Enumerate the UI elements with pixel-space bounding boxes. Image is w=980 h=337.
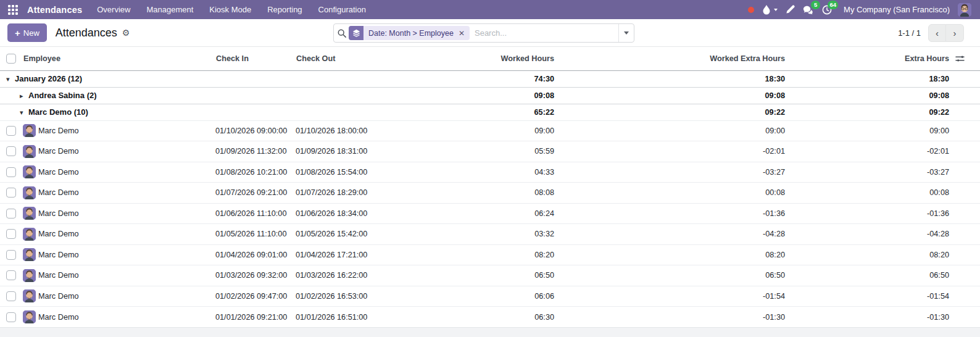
app-name[interactable]: Attendances: [27, 5, 82, 15]
attendance-row[interactable]: Marc Demo 01/03/2026 09:32:00 01/03/2026…: [0, 265, 980, 286]
column-header-check-out[interactable]: Check Out: [295, 47, 375, 70]
check-out-cell: 01/01/2026 16:51:00: [295, 307, 375, 328]
row-checkbox[interactable]: [6, 167, 16, 177]
employee-avatar: [23, 165, 36, 178]
optional-columns-button[interactable]: [955, 54, 980, 63]
employee-avatar: [23, 145, 36, 158]
group-row[interactable]: ▾January 2026 (12) 74:30 18:30 18:30: [0, 70, 980, 87]
extra-hours-cell: -01:36: [797, 203, 954, 224]
row-checkbox[interactable]: [6, 188, 16, 198]
control-panel: + New Attendances ⚙ Date: Month > Employ…: [0, 19, 980, 47]
facet-label: Date: Month > Employee: [363, 29, 459, 38]
check-out-cell: 01/09/2026 18:31:00: [295, 141, 375, 162]
attendance-row[interactable]: Marc Demo 01/07/2026 09:21:00 01/07/2026…: [0, 183, 980, 204]
attendance-row[interactable]: Marc Demo 01/08/2026 10:21:00 01/08/2026…: [0, 162, 980, 183]
messages-menu[interactable]: 5: [803, 5, 814, 15]
extra-hours-cell: -03:27: [797, 162, 954, 183]
worked-hours-cell: 04:33: [375, 162, 567, 183]
gear-icon[interactable]: ⚙: [122, 28, 130, 38]
extra-hours-cell: 00:08: [797, 183, 954, 204]
worked-hours-cell: 09:00: [375, 120, 567, 141]
nav-menus: Overview Management Kiosk Mode Reporting…: [97, 5, 366, 14]
group-toggle-caret-icon[interactable]: ▾: [6, 75, 15, 83]
column-header-worked-extra-hours[interactable]: Worked Extra Hours: [567, 47, 797, 70]
attendance-row[interactable]: Marc Demo 01/02/2026 09:47:00 01/02/2026…: [0, 286, 980, 307]
attendance-row[interactable]: Marc Demo 01/10/2026 09:00:00 01/10/2026…: [0, 120, 980, 141]
pager-previous-button[interactable]: ‹: [928, 24, 946, 42]
worked-extra-hours-cell: -01:30: [567, 307, 797, 328]
menu-kiosk-mode[interactable]: Kiosk Mode: [209, 5, 251, 14]
menu-configuration[interactable]: Configuration: [318, 5, 366, 14]
worked-extra-hours-cell: 00:08: [567, 183, 797, 204]
row-checkbox[interactable]: [6, 229, 16, 239]
new-button[interactable]: + New: [7, 23, 47, 42]
extra-hours-cell: 08:20: [797, 244, 954, 265]
menu-overview[interactable]: Overview: [97, 5, 130, 14]
user-avatar[interactable]: [958, 3, 971, 17]
search-icon: [338, 29, 346, 38]
worked-hours-cell: 05:59: [375, 141, 567, 162]
attendance-row[interactable]: Marc Demo 01/04/2026 09:01:00 01/04/2026…: [0, 244, 980, 265]
menu-management[interactable]: Management: [146, 5, 193, 14]
employee-name: Marc Demo: [38, 230, 79, 238]
search-input[interactable]: [475, 28, 615, 38]
focus-mode-toggle[interactable]: [762, 5, 778, 15]
row-checkbox[interactable]: [6, 146, 16, 156]
select-all-checkbox[interactable]: [6, 54, 16, 64]
group-toggle-caret-icon[interactable]: ▸: [20, 92, 28, 100]
check-out-cell: 01/03/2026 16:22:00: [295, 265, 375, 286]
pager-next-button[interactable]: ›: [946, 24, 964, 42]
attendance-row[interactable]: Marc Demo 01/09/2026 11:32:00 01/09/2026…: [0, 141, 980, 162]
facet-remove-icon[interactable]: ✕: [459, 29, 470, 38]
row-checkbox[interactable]: [6, 270, 16, 280]
edit-button[interactable]: [786, 5, 795, 14]
messages-badge: 5: [811, 1, 820, 9]
row-checkbox[interactable]: [6, 291, 16, 301]
extra-hours-cell: -02:01: [797, 141, 954, 162]
row-checkbox[interactable]: [6, 250, 16, 260]
group-row[interactable]: ▾Marc Demo (10) 65:22 09:22 09:22: [0, 104, 980, 120]
check-out-cell: 01/10/2026 18:00:00: [295, 120, 375, 141]
attendance-row[interactable]: Marc Demo 01/01/2026 09:21:00 01/01/2026…: [0, 307, 980, 328]
employee-name: Marc Demo: [38, 209, 79, 218]
pager: 1-1 / 1 ‹ ›: [898, 24, 964, 42]
column-header-extra-hours[interactable]: Extra Hours: [797, 47, 954, 70]
worked-extra-hours-cell: -03:27: [567, 162, 797, 183]
check-in-cell: 01/07/2026 09:21:00: [215, 183, 295, 204]
extra-hours-cell: 09:00: [797, 120, 954, 141]
worked-extra-hours-cell: 08:20: [567, 244, 797, 265]
employee-avatar: [23, 289, 36, 302]
group-extra-hours: 18:30: [797, 70, 954, 87]
grid-icon: [8, 5, 18, 15]
droplet-icon: [762, 5, 771, 15]
activities-menu[interactable]: 64: [822, 5, 832, 15]
worked-extra-hours-cell: 06:50: [567, 265, 797, 286]
attendance-row[interactable]: Marc Demo 01/06/2026 11:10:00 01/06/2026…: [0, 203, 980, 224]
column-header-check-in[interactable]: Check In: [215, 47, 295, 70]
worked-hours-cell: 06:30: [375, 307, 567, 328]
footer-strip: [0, 327, 980, 337]
worked-hours-cell: 08:20: [375, 244, 567, 265]
row-checkbox[interactable]: [6, 126, 16, 136]
check-in-cell: 01/09/2026 11:32:00: [215, 141, 295, 162]
apps-grid-icon[interactable]: [5, 2, 21, 18]
top-navbar: Attendances Overview Management Kiosk Mo…: [0, 0, 980, 19]
column-header-worked-hours[interactable]: Worked Hours: [375, 47, 567, 70]
group-toggle-caret-icon[interactable]: ▾: [20, 109, 28, 117]
attendance-row[interactable]: Marc Demo 01/05/2026 11:10:00 01/05/2026…: [0, 224, 980, 245]
group-row[interactable]: ▸Andrea Sabina (2) 09:08 09:08 09:08: [0, 87, 980, 104]
row-checkbox[interactable]: [6, 209, 16, 218]
row-checkbox[interactable]: [6, 312, 16, 322]
column-header-employee[interactable]: Employee: [22, 47, 215, 70]
search-bar[interactable]: Date: Month > Employee ✕: [333, 23, 634, 43]
employee-name: Marc Demo: [38, 251, 79, 259]
groupby-facet[interactable]: Date: Month > Employee ✕: [349, 26, 470, 40]
company-switcher[interactable]: My Company (San Francisco): [844, 5, 950, 14]
check-out-cell: 01/07/2026 18:29:00: [295, 183, 375, 204]
table-header-row: Employee Check In Check Out Worked Hours…: [0, 47, 980, 70]
search-dropdown-toggle[interactable]: [618, 24, 634, 42]
plus-icon: +: [15, 28, 20, 38]
menu-reporting[interactable]: Reporting: [267, 5, 302, 14]
search-main: Date: Month > Employee ✕: [334, 26, 618, 40]
group-worked-hours: 74:30: [375, 70, 567, 87]
